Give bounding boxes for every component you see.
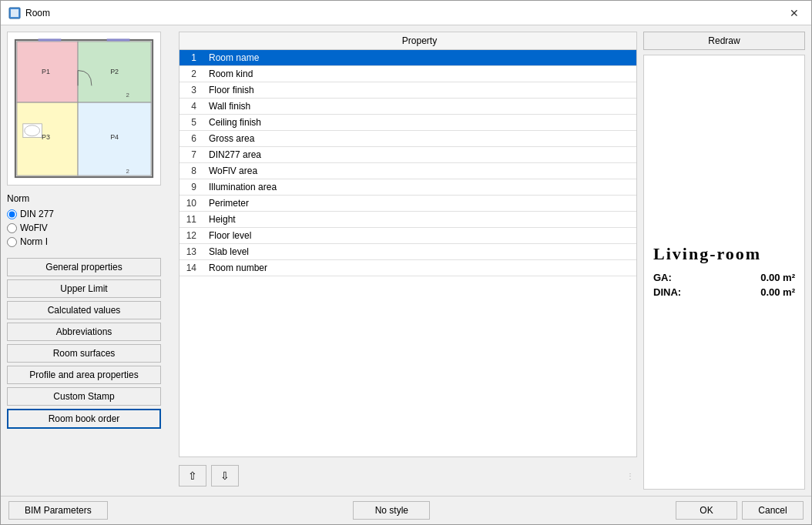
up-arrow-button[interactable]: ⇧ [179, 465, 206, 487]
norm-din277-radio[interactable] [7, 209, 17, 219]
row-num: 2 [180, 66, 203, 82]
property-table: Property 1Room name2Room kind3Floor fini… [180, 32, 636, 276]
row-property: Floor level [203, 228, 636, 244]
general-properties-button[interactable]: General properties [7, 258, 161, 276]
svg-point-9 [25, 125, 40, 136]
row-num: 5 [180, 115, 203, 131]
floor-plan-preview: P1 P2 P3 P4 2 2 [7, 32, 161, 186]
row-property: Slab level [203, 244, 636, 260]
table-row[interactable]: 5Ceiling finish [180, 115, 636, 131]
row-property: Gross area [203, 131, 636, 147]
table-row[interactable]: 10Perimeter [180, 196, 636, 212]
preview-row-ga: GA: 0.00 m² [653, 272, 795, 283]
bim-params-button[interactable]: BIM Parameters [8, 501, 108, 520]
room-book-order-button[interactable]: Room book order [7, 409, 161, 429]
row-num: 12 [180, 228, 203, 244]
row-num: 13 [180, 244, 203, 260]
abbreviations-button[interactable]: Abbreviations [7, 323, 161, 341]
dialog-title: Room [25, 8, 50, 18]
norm-din277[interactable]: DIN 277 [7, 209, 173, 219]
table-row[interactable]: 1Room name [180, 50, 636, 66]
main-content: P1 P2 P3 P4 2 2 Norm DIN 277 Wo [1, 25, 811, 496]
norm-woflv-radio[interactable] [7, 223, 17, 233]
redraw-button[interactable]: Redraw [643, 32, 805, 50]
table-row[interactable]: 4Wall finish [180, 99, 636, 115]
calculated-values-button[interactable]: Calculated values [7, 301, 161, 319]
table-row[interactable]: 9Illumination area [180, 179, 636, 196]
profile-area-button[interactable]: Profile and area properties [7, 366, 161, 384]
table-row[interactable]: 8WoFlV area [180, 163, 636, 179]
table-row[interactable]: 12Floor level [180, 228, 636, 244]
down-arrow-button[interactable]: ⇩ [211, 465, 239, 487]
row-property: Perimeter [203, 196, 636, 212]
room-surfaces-button[interactable]: Room surfaces [7, 344, 161, 363]
table-row[interactable]: 7DIN277 area [180, 147, 636, 163]
row-num: 9 [180, 179, 203, 196]
row-num: 4 [180, 99, 203, 115]
row-property: WoFlV area [203, 163, 636, 179]
norm-label: Norm [7, 193, 173, 204]
row-num: 1 [180, 50, 203, 66]
row-property: Room name [203, 50, 636, 66]
no-style-button[interactable]: No style [353, 501, 430, 520]
row-num: 3 [180, 82, 203, 99]
norm-norm1-label: Norm I [20, 236, 48, 247]
norm-norm1[interactable]: Norm I [7, 236, 173, 247]
col-num [180, 32, 203, 50]
row-property: DIN277 area [203, 147, 636, 163]
table-row[interactable]: 3Floor finish [180, 82, 636, 99]
svg-rect-1 [11, 9, 18, 17]
arrow-buttons: ⇧ ⇩ ⋮ [179, 462, 637, 490]
row-property: Ceiling finish [203, 115, 636, 131]
table-row[interactable]: 2Room kind [180, 66, 636, 82]
preview-ga-label: GA: [653, 272, 700, 283]
ok-button[interactable]: OK [676, 501, 737, 520]
room-dialog: Room ✕ [0, 0, 812, 525]
svg-text:P4: P4 [110, 133, 119, 141]
row-property: Room kind [203, 66, 636, 82]
bottom-right: OK Cancel [676, 501, 804, 520]
svg-text:P2: P2 [110, 68, 119, 75]
bottom-bar: BIM Parameters No style OK Cancel [1, 496, 811, 524]
svg-text:P1: P1 [42, 68, 50, 75]
preview-room-name: Living-room [653, 244, 761, 264]
norm-din277-label: DIN 277 [20, 209, 54, 219]
upper-limit-button[interactable]: Upper Limit [7, 279, 161, 298]
norm-norm1-radio[interactable] [7, 237, 17, 247]
row-num: 8 [180, 163, 203, 179]
row-property: Height [203, 212, 636, 228]
cancel-button[interactable]: Cancel [742, 501, 804, 520]
row-num: 7 [180, 147, 203, 163]
table-row[interactable]: 14Room number [180, 260, 636, 276]
norm-woflv[interactable]: WoFlV [7, 222, 173, 233]
row-property: Room number [203, 260, 636, 276]
row-num: 10 [180, 196, 203, 212]
left-panel: P1 P2 P3 P4 2 2 Norm DIN 277 Wo [7, 32, 173, 490]
norm-woflv-label: WoFlV [20, 222, 48, 233]
close-button[interactable]: ✕ [785, 5, 804, 21]
norm-section: Norm DIN 277 WoFlV Norm I [7, 190, 173, 250]
col-property: Property [203, 32, 636, 50]
row-num: 6 [180, 131, 203, 147]
row-num: 11 [180, 212, 203, 228]
table-row[interactable]: 11Height [180, 212, 636, 228]
right-panel: Redraw Living-room GA: 0.00 m² DINA: 0.0… [643, 32, 805, 490]
svg-text:2: 2 [126, 92, 129, 99]
preview-dina-value: 0.00 m² [760, 286, 795, 298]
custom-stamp-button[interactable]: Custom Stamp [7, 387, 161, 406]
table-row[interactable]: 13Slab level [180, 244, 636, 260]
preview-dina-label: DINA: [653, 286, 700, 298]
row-property: Floor finish [203, 82, 636, 99]
row-num: 14 [180, 260, 203, 276]
svg-text:2: 2 [126, 168, 129, 175]
table-row[interactable]: 6Gross area [180, 131, 636, 147]
floor-plan-svg: P1 P2 P3 P4 2 2 [8, 32, 160, 185]
svg-text:P3: P3 [42, 133, 50, 141]
room-dialog-icon [8, 7, 21, 19]
preview-box: Living-room GA: 0.00 m² DINA: 0.00 m² [643, 55, 805, 490]
row-property: Wall finish [203, 99, 636, 115]
preview-row-dina: DINA: 0.00 m² [653, 286, 795, 298]
row-property: Illumination area [203, 179, 636, 196]
title-bar: Room ✕ [1, 1, 811, 25]
property-table-container: Property 1Room name2Room kind3Floor fini… [179, 32, 637, 457]
